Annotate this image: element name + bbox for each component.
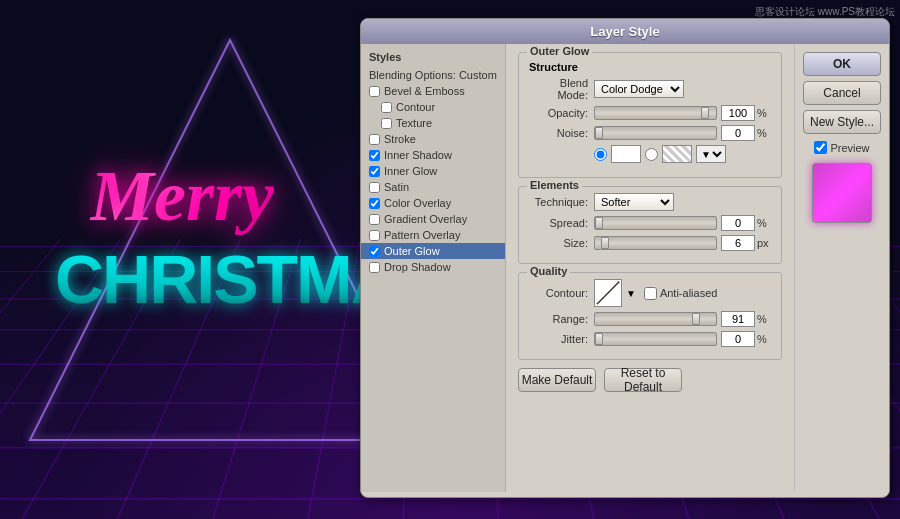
range-slider[interactable] <box>594 312 717 326</box>
jitter-thumb <box>595 333 603 345</box>
drop-shadow-item[interactable]: Drop Shadow <box>361 259 505 275</box>
make-default-button[interactable]: Make Default <box>518 368 596 392</box>
technique-label: Technique: <box>529 196 594 208</box>
gradient-overlay-item[interactable]: Gradient Overlay <box>361 211 505 227</box>
blend-mode-select[interactable]: Color Dodge Normal Screen <box>594 80 684 98</box>
spread-thumb <box>595 217 603 229</box>
ok-button[interactable]: OK <box>803 52 881 76</box>
gradient-overlay-checkbox[interactable] <box>369 214 380 225</box>
spread-input[interactable] <box>721 215 755 231</box>
color-overlay-item[interactable]: Color Overlay <box>361 195 505 211</box>
size-label: Size: <box>529 237 594 249</box>
range-row: Range: % <box>529 311 771 327</box>
bevel-emboss-item[interactable]: Bevel & Emboss <box>361 83 505 99</box>
opacity-row: Opacity: % <box>529 105 771 121</box>
outer-glow-checkbox[interactable] <box>369 246 380 257</box>
technique-select[interactable]: Softer Precise <box>594 193 674 211</box>
size-unit: px <box>757 237 771 249</box>
spread-unit: % <box>757 217 771 229</box>
jitter-input[interactable] <box>721 331 755 347</box>
size-thumb <box>601 237 609 249</box>
contour-arrow[interactable]: ▼ <box>626 288 636 299</box>
bottom-buttons: Make Default Reset to Default <box>518 368 782 392</box>
elements-label: Elements <box>527 179 582 191</box>
range-unit: % <box>757 313 771 325</box>
blend-mode-row: Blend Mode: Color Dodge Normal Screen <box>529 77 771 101</box>
drop-shadow-checkbox[interactable] <box>369 262 380 273</box>
watermark-line1: 思客设计论坛 www.PS教程论坛 <box>755 5 895 19</box>
jitter-slider[interactable] <box>594 332 717 346</box>
structure-section: Outer Glow Structure Blend Mode: Color D… <box>518 52 782 178</box>
new-style-button[interactable]: New Style... <box>803 110 881 134</box>
outer-glow-item[interactable]: Outer Glow <box>361 243 505 259</box>
size-slider[interactable] <box>594 236 717 250</box>
range-thumb <box>692 313 700 325</box>
anti-aliased-label: Anti-aliased <box>644 287 717 300</box>
preview-label-container: Preview <box>814 141 869 154</box>
outer-glow-label: Outer Glow <box>527 45 592 57</box>
gradient-radio[interactable] <box>645 148 658 161</box>
blending-options-item[interactable]: Blending Options: Custom <box>361 67 505 83</box>
cancel-button[interactable]: Cancel <box>803 81 881 105</box>
contour-item[interactable]: Contour <box>361 99 505 115</box>
noise-unit: % <box>757 127 771 139</box>
gradient-swatch[interactable] <box>662 145 692 163</box>
technique-row: Technique: Softer Precise <box>529 193 771 211</box>
color-options: ▼ <box>594 145 726 163</box>
stroke-item[interactable]: Stroke <box>361 131 505 147</box>
texture-checkbox[interactable] <box>381 118 392 129</box>
range-label: Range: <box>529 313 594 325</box>
dialog-title: Layer Style <box>361 19 889 44</box>
pattern-overlay-checkbox[interactable] <box>369 230 380 241</box>
stroke-checkbox[interactable] <box>369 134 380 145</box>
opacity-thumb <box>701 107 709 119</box>
spread-label: Spread: <box>529 217 594 229</box>
noise-label: Noise: <box>529 127 594 139</box>
spread-slider[interactable] <box>594 216 717 230</box>
right-panel: OK Cancel New Style... Preview <box>794 44 889 492</box>
size-row: Size: px <box>529 235 771 251</box>
noise-slider[interactable] <box>594 126 717 140</box>
bevel-emboss-checkbox[interactable] <box>369 86 380 97</box>
layer-style-dialog: Layer Style Styles Blending Options: Cus… <box>360 18 890 498</box>
contour-checkbox[interactable] <box>381 102 392 113</box>
jitter-unit: % <box>757 333 771 345</box>
anti-aliased-checkbox[interactable] <box>644 287 657 300</box>
reset-to-default-button[interactable]: Reset to Default <box>604 368 682 392</box>
opacity-unit: % <box>757 107 771 119</box>
merry-text: Merry <box>90 155 274 238</box>
elements-section: Elements Technique: Softer Precise Sprea… <box>518 186 782 264</box>
quality-label: Quality <box>527 265 570 277</box>
spread-row: Spread: % <box>529 215 771 231</box>
size-input[interactable] <box>721 235 755 251</box>
blend-mode-label: Blend Mode: <box>529 77 594 101</box>
inner-glow-checkbox[interactable] <box>369 166 380 177</box>
inner-shadow-item[interactable]: Inner Shadow <box>361 147 505 163</box>
satin-checkbox[interactable] <box>369 182 380 193</box>
color-overlay-checkbox[interactable] <box>369 198 380 209</box>
opacity-slider[interactable] <box>594 106 717 120</box>
preview-thumbnail <box>812 163 872 223</box>
range-input[interactable] <box>721 311 755 327</box>
jitter-row: Jitter: % <box>529 331 771 347</box>
gradient-type-select[interactable]: ▼ <box>696 145 726 163</box>
contour-row: Contour: ▼ Anti-aliased <box>529 279 771 307</box>
styles-panel-title: Styles <box>361 49 505 67</box>
texture-item[interactable]: Texture <box>361 115 505 131</box>
satin-item[interactable]: Satin <box>361 179 505 195</box>
contour-preview[interactable] <box>594 279 622 307</box>
noise-thumb <box>595 127 603 139</box>
pattern-overlay-item[interactable]: Pattern Overlay <box>361 227 505 243</box>
inner-glow-item[interactable]: Inner Glow <box>361 163 505 179</box>
jitter-label: Jitter: <box>529 333 594 345</box>
color-row: ▼ <box>529 145 771 165</box>
quality-section: Quality Contour: ▼ Anti-aliased <box>518 272 782 360</box>
inner-shadow-checkbox[interactable] <box>369 150 380 161</box>
preview-checkbox[interactable] <box>814 141 827 154</box>
structure-label: Structure <box>529 61 771 73</box>
solid-color-radio[interactable] <box>594 148 607 161</box>
opacity-label: Opacity: <box>529 107 594 119</box>
noise-input[interactable] <box>721 125 755 141</box>
color-swatch[interactable] <box>611 145 641 163</box>
opacity-input[interactable] <box>721 105 755 121</box>
